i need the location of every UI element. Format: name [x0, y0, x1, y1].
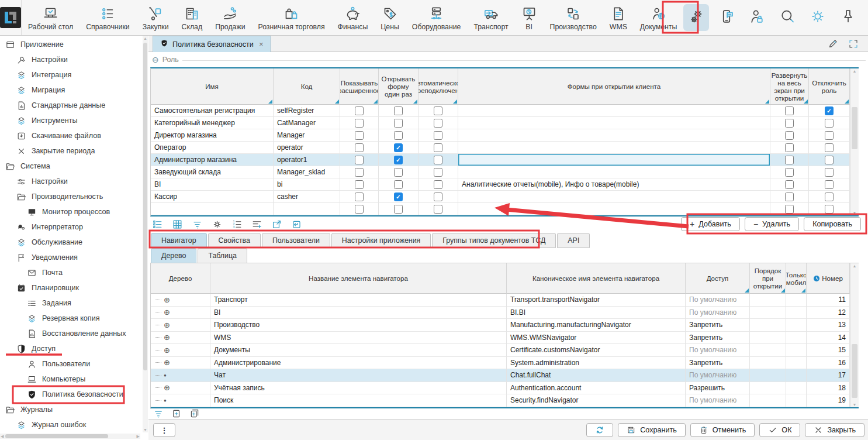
toolbar-item-truck[interactable]: Транспорт [467, 0, 514, 35]
tree-cell[interactable]: ⊕ [151, 357, 210, 370]
toolbar-item-person-globe[interactable]: Документы [634, 0, 683, 35]
list-view-icon[interactable] [152, 219, 163, 230]
nav-number-cell[interactable]: 15 [807, 344, 850, 357]
show-extended-cell[interactable] [340, 105, 379, 117]
fullscreen-cell[interactable] [770, 191, 809, 203]
nav-access-cell[interactable]: По умолчанию [686, 344, 750, 357]
nav-access-cell[interactable]: По умолчанию [686, 394, 750, 407]
checkbox[interactable]: ✓ [825, 106, 834, 115]
sidebar-item-15[interactable]: Почта [0, 265, 141, 280]
checkbox[interactable] [434, 180, 442, 189]
role-code-cell[interactable]: bi [274, 178, 340, 191]
role-code-cell[interactable]: selfRegister [274, 105, 340, 117]
checkbox[interactable] [394, 168, 403, 177]
tab-3[interactable]: Настройки приложения [331, 233, 431, 248]
role-column-header-4[interactable]: Автоматическое переподключение [419, 68, 458, 105]
nav-table-row[interactable]: ⊕АдминистрированиеSystem.administrationЗ… [151, 357, 859, 370]
bottom-button-закрыть[interactable]: Закрыть [805, 423, 864, 437]
open-once-cell[interactable] [379, 129, 419, 142]
nav-name-cell[interactable]: Транспорт [210, 294, 507, 307]
bottom-button-ок[interactable]: ОК [759, 423, 800, 437]
tab-0[interactable]: Навигатор [151, 233, 207, 248]
nav-name-cell[interactable]: Администрирование [210, 357, 507, 370]
sidebar-item-18[interactable]: Резервная копия [0, 311, 141, 326]
tree-cell[interactable]: ⊕ [151, 307, 210, 319]
forms-cell[interactable] [458, 117, 770, 129]
tab-security-policy[interactable]: Политика безопасности × [153, 36, 271, 52]
role-code-cell[interactable]: operator1 [274, 154, 340, 166]
bottom-button-refresh[interactable] [586, 423, 613, 437]
auto-reconnect-cell[interactable] [419, 105, 458, 117]
nav-number-cell[interactable]: 14 [807, 332, 850, 345]
checkbox[interactable] [434, 168, 442, 177]
show-extended-cell[interactable] [340, 178, 379, 191]
disable-role-cell[interactable] [809, 117, 850, 129]
nav-mobile-cell[interactable] [786, 382, 807, 395]
nav-mobile-cell[interactable] [786, 294, 807, 307]
sidebar-item-22[interactable]: Компьютеры [0, 372, 141, 387]
checkbox[interactable] [785, 143, 794, 152]
tree-cell[interactable]: ● [151, 394, 210, 407]
role-column-header-2[interactable]: Показывать расширенное [340, 68, 379, 105]
role-name-cell[interactable]: Оператор [151, 142, 274, 154]
checkbox[interactable] [394, 205, 403, 214]
nav-table-row[interactable]: ●ПоискSecurity.findNavigatorПо умолчанию… [151, 394, 859, 407]
checkbox[interactable] [825, 168, 834, 177]
sidebar-item-0[interactable]: Приложение [0, 37, 141, 52]
auto-reconnect-cell[interactable] [419, 166, 458, 178]
sidebar-item-1[interactable]: Настройки [0, 52, 141, 67]
sidebar-item-9[interactable]: Настройки [0, 174, 141, 189]
nav-column-header-5[interactable]: Только мобил [786, 263, 807, 294]
role-action-удалить[interactable]: −Удалить [745, 217, 799, 231]
numbered-list-icon[interactable]: 123 [231, 219, 243, 230]
toolbar-item-bi-board[interactable]: BI [515, 0, 544, 35]
forms-cell[interactable] [458, 191, 770, 203]
nav-access-cell[interactable]: Запретить [686, 332, 750, 345]
sidebar-item-12[interactable]: Интерпретатор [0, 219, 141, 235]
role-column-header-0[interactable]: Имя [151, 68, 274, 105]
sidebar-item-4[interactable]: Стандартные данные [0, 98, 141, 113]
nav-access-cell[interactable]: Запретить [686, 357, 750, 370]
nav-number-cell[interactable]: 17 [807, 369, 850, 382]
checkbox[interactable] [355, 205, 364, 214]
checkbox[interactable] [785, 205, 794, 214]
checkbox[interactable] [355, 119, 364, 128]
add-box-stack-icon[interactable] [189, 408, 200, 419]
nav-name-cell[interactable]: Документы [210, 344, 507, 357]
tab-close-icon[interactable]: × [259, 40, 264, 49]
nav-number-cell[interactable]: 16 [807, 357, 850, 370]
bottom-button-отменить[interactable]: Отменить [690, 423, 755, 437]
show-extended-cell[interactable] [340, 203, 379, 215]
role-name-cell[interactable]: Категорийный менеджер [151, 117, 274, 129]
toolbar-button-brightness[interactable] [805, 4, 831, 31]
fullscreen-cell[interactable] [770, 166, 809, 178]
toolbar-item-handtruck[interactable]: Закупки [136, 0, 175, 35]
add-row-icon[interactable] [251, 219, 262, 230]
fullscreen-cell[interactable] [770, 178, 809, 191]
auto-reconnect-cell[interactable] [419, 117, 458, 129]
checkbox[interactable] [785, 131, 794, 140]
role-action-копировать[interactable]: Копировать [804, 217, 861, 231]
nav-access-cell[interactable]: Разрешить [686, 382, 750, 395]
nav-canonical-cell[interactable]: Transport.transportNavigator [507, 294, 686, 307]
sidebar-item-5[interactable]: Инструменты [0, 113, 141, 128]
nav-mobile-cell[interactable] [786, 369, 807, 382]
disable-role-cell[interactable] [809, 203, 850, 215]
open-once-cell[interactable] [379, 166, 419, 178]
disable-role-cell[interactable] [809, 191, 850, 203]
sidebar-horizontal-scrollbar[interactable]: ◀ ▶ [0, 434, 140, 439]
role-action-добавить[interactable]: +Добавить [681, 217, 740, 231]
fullscreen-cell[interactable] [770, 117, 809, 129]
nav-order-cell[interactable] [750, 369, 786, 382]
fullscreen-cell[interactable] [770, 129, 809, 142]
sidebar-item-6[interactable]: Скачивание файлов [0, 128, 141, 143]
nav-number-cell[interactable]: 11 [807, 294, 850, 307]
nav-canonical-cell[interactable]: Authentication.account [507, 382, 686, 395]
nav-column-header-3[interactable]: Доступ [686, 263, 750, 294]
collapse-icon[interactable]: ⊖ [152, 56, 159, 64]
checkbox[interactable] [434, 143, 442, 152]
checkbox[interactable]: ✓ [394, 143, 403, 152]
show-extended-cell[interactable] [340, 129, 379, 142]
role-code-cell[interactable]: operator [274, 142, 340, 154]
checkbox[interactable] [394, 180, 403, 189]
